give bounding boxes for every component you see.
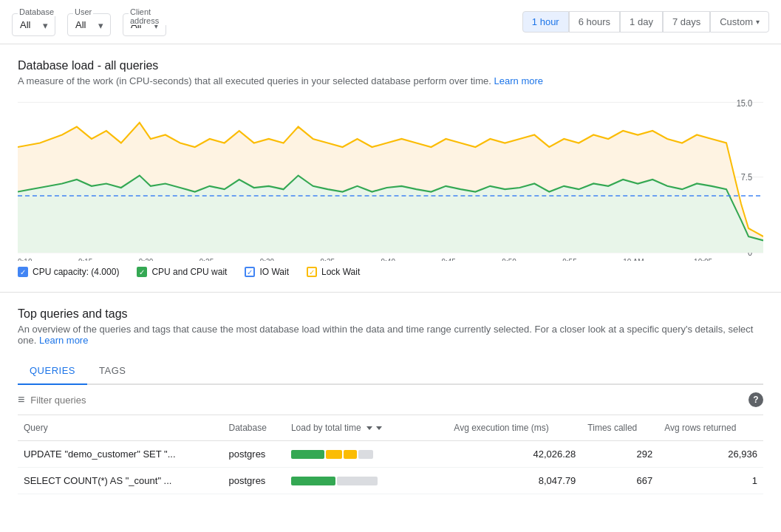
cell-database-1: postgres <box>223 441 285 468</box>
time-buttons: 1 hour 6 hours 1 day 7 days Custom ▾ <box>522 11 769 33</box>
tab-tags[interactable]: TAGS <box>87 358 137 385</box>
svg-text:7.5: 7.5 <box>741 173 752 183</box>
legend-cpu-capacity[interactable]: ✓ CPU capacity: (4.000) <box>18 267 119 277</box>
tabs: QUERIES TAGS <box>18 358 763 385</box>
legend-label-io-wait: IO Wait <box>259 267 289 277</box>
svg-text:9:45: 9:45 <box>441 257 456 261</box>
user-label: User <box>73 7 93 16</box>
checkmark-icon-3: ✓ <box>247 268 253 276</box>
queries-table: Query Database Load by total time Avg ex… <box>18 415 763 494</box>
checkmark-icon-4: ✓ <box>309 268 315 276</box>
load-segment-orange-1a <box>326 450 342 459</box>
svg-text:9:15: 9:15 <box>78 257 93 261</box>
th-database: Database <box>223 415 285 441</box>
legend-checkbox-cpu-capacity: ✓ <box>18 267 28 277</box>
svg-text:15.0: 15.0 <box>737 99 752 109</box>
legend-cpu-wait[interactable]: ✓ CPU and CPU wait <box>137 267 227 277</box>
database-label: Database <box>18 7 55 16</box>
user-select-wrapper[interactable]: All <box>67 13 111 36</box>
th-load-total-time[interactable]: Load by total time <box>285 415 448 441</box>
user-select[interactable]: All <box>67 13 111 36</box>
cell-avg-rows-2: 1 <box>658 468 763 494</box>
learn-more-link-load[interactable]: Learn more <box>494 75 543 86</box>
table-header-row: Query Database Load by total time Avg ex… <box>18 415 763 441</box>
load-segment-gray-1 <box>358 450 373 459</box>
chart-svg: 15.0 7.5 0 9:10 9:15 9:20 9:25 9:30 9:35… <box>18 98 763 261</box>
svg-text:9:55: 9:55 <box>562 257 577 261</box>
svg-text:9:20: 9:20 <box>139 257 154 261</box>
svg-text:9:40: 9:40 <box>381 257 396 261</box>
cell-avg-exec-1: 42,026.28 <box>448 441 582 468</box>
legend-label-cpu-capacity: CPU capacity: (4.000) <box>33 267 119 277</box>
sort-down-icon <box>366 426 372 430</box>
cell-database-2: postgres <box>223 468 285 494</box>
filter-bar: Database All User All Client address All… <box>0 0 781 44</box>
help-icon[interactable]: ? <box>748 392 763 407</box>
load-segment-green-1 <box>291 450 324 459</box>
filter-row: ≡ ? <box>18 385 763 415</box>
chevron-down-icon: ▾ <box>756 18 760 26</box>
queries-desc: An overview of the queries and tags that… <box>18 324 763 346</box>
queries-section: Top queries and tags An overview of the … <box>0 293 781 494</box>
filter-queries-input[interactable] <box>30 395 748 406</box>
cell-times-called-2: 667 <box>582 468 658 494</box>
legend-label-lock-wait: Lock Wait <box>321 267 360 277</box>
table-row[interactable]: UPDATE "demo_customer" SET "... postgres… <box>18 441 763 468</box>
load-segment-green-2 <box>291 477 335 485</box>
legend-io-wait[interactable]: ✓ IO Wait <box>245 267 289 277</box>
legend-checkbox-cpu-wait: ✓ <box>137 267 147 277</box>
svg-text:9:10: 9:10 <box>18 257 33 261</box>
th-query: Query <box>18 415 223 441</box>
checkmark-icon-2: ✓ <box>139 268 145 276</box>
chart-legend: ✓ CPU capacity: (4.000) ✓ CPU and CPU wa… <box>18 267 763 277</box>
svg-text:9:25: 9:25 <box>199 257 214 261</box>
queries-title: Top queries and tags <box>18 307 763 321</box>
database-load-desc: A measure of the work (in CPU-seconds) t… <box>18 75 763 86</box>
th-times-called: Times called <box>582 415 658 441</box>
load-bar-2 <box>291 477 409 485</box>
database-select-wrapper[interactable]: All <box>12 13 55 36</box>
svg-text:9:50: 9:50 <box>502 257 516 261</box>
svg-text:10 AM: 10 AM <box>623 257 644 261</box>
svg-text:9:30: 9:30 <box>260 257 275 261</box>
sort-arrow-icon <box>376 426 382 430</box>
learn-more-link-queries[interactable]: Learn more <box>39 335 88 346</box>
time-btn-1hour[interactable]: 1 hour <box>522 11 569 33</box>
chart-container: 15.0 7.5 0 9:10 9:15 9:20 9:25 9:30 9:35… <box>18 98 763 261</box>
tab-queries[interactable]: QUERIES <box>18 358 87 385</box>
client-address-label: Client address <box>129 7 166 25</box>
th-avg-exec-time: Avg execution time (ms) <box>448 415 582 441</box>
time-btn-7days[interactable]: 7 days <box>663 11 710 33</box>
cell-query-1: UPDATE "demo_customer" SET "... <box>18 441 223 468</box>
cell-load-1 <box>285 441 448 468</box>
legend-lock-wait[interactable]: ✓ Lock Wait <box>307 267 360 277</box>
filter-lines-icon: ≡ <box>18 393 24 406</box>
database-select[interactable]: All <box>12 13 55 36</box>
legend-checkbox-lock-wait: ✓ <box>307 267 317 277</box>
svg-text:10:05: 10:05 <box>694 257 712 261</box>
load-segment-gray-2 <box>337 477 378 485</box>
cell-avg-rows-1: 26,936 <box>658 441 763 468</box>
th-avg-rows: Avg rows returned <box>658 415 763 441</box>
load-bar-1 <box>291 450 409 459</box>
checkmark-icon: ✓ <box>20 268 26 276</box>
legend-label-cpu-wait: CPU and CPU wait <box>151 267 227 277</box>
cell-avg-exec-2: 8,047.79 <box>448 468 582 494</box>
database-load-title: Database load - all queries <box>18 59 763 72</box>
time-btn-1day[interactable]: 1 day <box>620 11 663 33</box>
svg-text:9:35: 9:35 <box>321 257 335 261</box>
load-segment-orange-1b <box>344 450 357 459</box>
database-load-section: Database load - all queries A measure of… <box>0 44 781 293</box>
legend-checkbox-io-wait: ✓ <box>245 267 255 277</box>
cell-load-2 <box>285 468 448 494</box>
time-btn-custom[interactable]: Custom ▾ <box>710 11 769 33</box>
table-row[interactable]: SELECT COUNT(*) AS "_count" ... postgres… <box>18 468 763 494</box>
cell-times-called-1: 292 <box>582 441 658 468</box>
cell-query-2: SELECT COUNT(*) AS "_count" ... <box>18 468 223 494</box>
time-btn-6hours[interactable]: 6 hours <box>569 11 620 33</box>
